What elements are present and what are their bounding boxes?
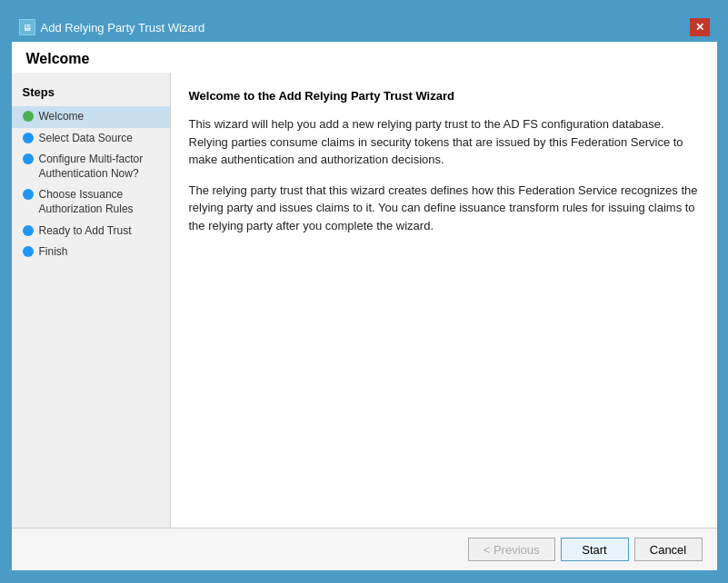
cancel-button[interactable]: Cancel (634, 538, 703, 561)
sidebar-item-label-welcome: Welcome (39, 110, 85, 124)
dot-icon-welcome (23, 111, 34, 122)
sidebar-item-welcome[interactable]: Welcome (12, 106, 170, 128)
sidebar-item-datasource[interactable]: Select Data Source (12, 128, 170, 150)
sidebar-item-multifactor[interactable]: Configure Multi-factor Authentication No… (12, 149, 170, 184)
page-title: Welcome (12, 42, 717, 73)
window-body: Welcome Steps Welcome Select Data Source… (12, 42, 717, 570)
sidebar-item-issuance[interactable]: Choose Issuance Authorization Rules (12, 184, 170, 220)
sidebar: Steps Welcome Select Data Source Configu… (12, 73, 171, 528)
window-icon-glyph: 🖥 (23, 23, 32, 33)
sidebar-item-label-finish: Finish (39, 245, 68, 260)
sidebar-item-ready[interactable]: Ready to Add Trust (12, 221, 170, 242)
title-bar-left: 🖥 Add Relying Party Trust Wizard (19, 19, 205, 35)
sidebar-item-label-multifactor: Configure Multi-factor Authentication No… (39, 153, 159, 181)
window-icon: 🖥 (19, 19, 35, 35)
sidebar-item-label-datasource: Select Data Source (39, 132, 133, 146)
previous-button[interactable]: < Previous (468, 538, 555, 561)
footer: < Previous Start Cancel (12, 528, 717, 570)
main-content: Welcome to the Add Relying Party Trust W… (171, 73, 717, 528)
dot-icon-finish (23, 246, 34, 257)
dot-icon-issuance (23, 189, 34, 200)
sidebar-item-label-issuance: Choose Issuance Authorization Rules (39, 188, 159, 216)
window-title: Add Relying Party Trust Wizard (41, 21, 205, 35)
dot-icon-datasource (23, 133, 34, 143)
main-heading: Welcome to the Add Relying Party Trust W… (189, 89, 699, 103)
main-para-2: The relying party trust that this wizard… (189, 182, 699, 235)
start-button[interactable]: Start (561, 538, 629, 561)
close-button[interactable]: ✕ (690, 18, 710, 36)
sidebar-title: Steps (12, 82, 170, 106)
dot-icon-multifactor (23, 153, 34, 164)
sidebar-item-label-ready: Ready to Add Trust (39, 224, 132, 239)
wizard-window: 🖥 Add Relying Party Trust Wizard ✕ Welco… (10, 11, 719, 572)
title-bar: 🖥 Add Relying Party Trust Wizard ✕ (12, 13, 717, 42)
content-area: Steps Welcome Select Data Source Configu… (12, 73, 717, 528)
dot-icon-ready (23, 225, 34, 236)
main-para-1: This wizard will help you add a new rely… (189, 115, 699, 169)
sidebar-item-finish[interactable]: Finish (12, 242, 170, 263)
